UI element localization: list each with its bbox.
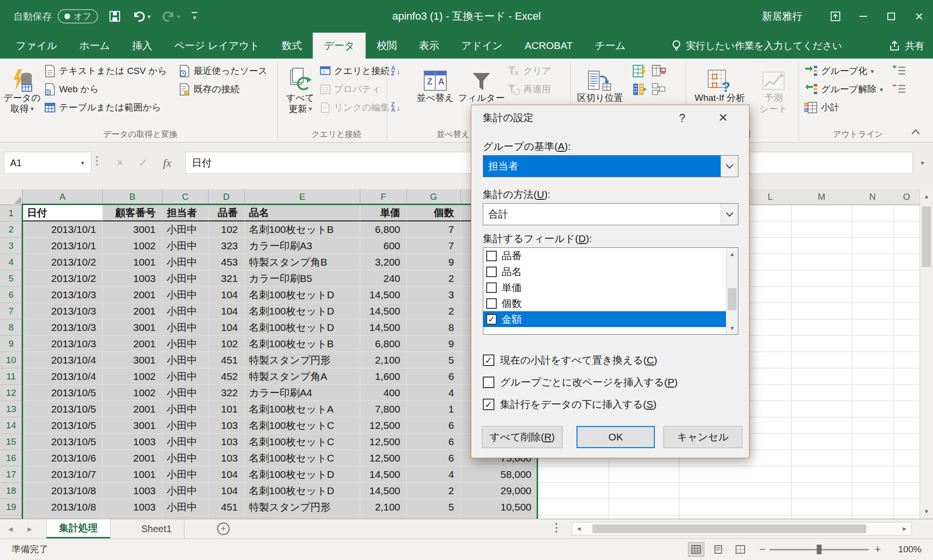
cell[interactable]: 5: [407, 352, 461, 368]
row-header[interactable]: 5: [0, 270, 23, 287]
tab-insert[interactable]: 挿入: [121, 33, 163, 59]
edit-links-button[interactable]: リンクの編集: [320, 100, 390, 115]
cell[interactable]: 104: [209, 287, 245, 303]
cell[interactable]: 2: [407, 303, 461, 319]
forecast-sheet-button[interactable]: 予測 シート: [754, 61, 793, 114]
clear-filter-button[interactable]: クリア: [507, 63, 551, 79]
cell[interactable]: 2,100: [360, 499, 407, 515]
option-checkbox[interactable]: ✓現在の小計をすべて置き換える(C): [483, 349, 738, 371]
checkbox[interactable]: ✓: [483, 399, 494, 410]
cell[interactable]: [162, 515, 209, 519]
cell[interactable]: 2001: [103, 287, 162, 303]
sheet-tab[interactable]: Sheet1: [129, 519, 184, 538]
text-to-columns-button[interactable]: 区切り位置: [574, 61, 626, 103]
expand-formula-bar-button[interactable]: ▾: [914, 152, 931, 174]
checkbox[interactable]: ✓: [483, 354, 494, 366]
row-header[interactable]: 9: [0, 336, 23, 352]
field-checkbox-item[interactable]: ✓金額: [483, 311, 726, 327]
cell[interactable]: 14,500: [360, 319, 407, 336]
dialog-close-button[interactable]: ×: [708, 106, 738, 128]
cell[interactable]: 2013/10/3: [23, 287, 103, 303]
cell[interactable]: 2013/10/3: [23, 336, 103, 352]
row-header[interactable]: 7: [0, 303, 23, 319]
prev-sheet-button[interactable]: ◄: [2, 519, 19, 538]
dropdown-button[interactable]: [721, 156, 738, 177]
cell[interactable]: 102: [209, 336, 245, 352]
customize-q-toolbar-button[interactable]: ▾: [192, 12, 197, 21]
cell[interactable]: 小田中: [162, 287, 209, 303]
recent-sources-button[interactable]: 最近使ったソース: [179, 63, 268, 79]
zoom-in-button[interactable]: +: [871, 539, 885, 560]
data-validation-button[interactable]: [632, 82, 647, 97]
cell[interactable]: 2013/10/1: [23, 238, 103, 254]
sort-ascending-button[interactable]: AZ ↓: [391, 63, 400, 79]
tell-me-box[interactable]: 実行したい作業を入力してください: [672, 33, 842, 59]
cell[interactable]: 14,500: [360, 287, 407, 303]
page-break-view-button[interactable]: [732, 542, 749, 557]
checkbox[interactable]: [486, 267, 497, 277]
cancel-entry-button[interactable]: ×: [110, 152, 131, 174]
cell[interactable]: 6: [407, 417, 461, 434]
cell[interactable]: 7,800: [360, 401, 407, 417]
properties-button[interactable]: プロパティ: [320, 82, 381, 97]
cell[interactable]: 103: [209, 450, 245, 466]
hide-detail-button[interactable]: [892, 82, 906, 97]
cell[interactable]: 4: [407, 385, 461, 401]
row-header[interactable]: 13: [0, 401, 23, 417]
zoom-out-button[interactable]: −: [755, 539, 770, 560]
cell[interactable]: 7: [407, 238, 461, 254]
cell[interactable]: 顧客番号: [103, 205, 162, 221]
cell[interactable]: 14,500: [360, 483, 407, 499]
maximize-button[interactable]: [877, 0, 905, 33]
cell[interactable]: 104: [209, 319, 245, 336]
cell[interactable]: 2001: [103, 401, 162, 417]
column-header[interactable]: N: [858, 189, 887, 205]
page-layout-view-button[interactable]: [710, 542, 726, 557]
column-header[interactable]: O: [892, 189, 921, 205]
field-checkbox-item[interactable]: 品番: [483, 248, 726, 264]
cell[interactable]: 6: [407, 450, 461, 466]
column-header[interactable]: E: [245, 189, 360, 205]
cell[interactable]: 2013/10/5: [23, 417, 103, 434]
cell[interactable]: 小田中: [162, 303, 209, 319]
cell[interactable]: 1003: [103, 499, 162, 515]
cell[interactable]: 2013/10/8: [23, 483, 103, 499]
checkbox[interactable]: [486, 251, 497, 261]
cell[interactable]: 名刺100枚セットD: [245, 483, 360, 499]
share-button[interactable]: 共有: [889, 33, 924, 59]
ok-button[interactable]: OK: [577, 426, 655, 448]
cell[interactable]: [23, 515, 103, 519]
redo-button[interactable]: ▾: [161, 10, 181, 23]
tab-data[interactable]: データ: [313, 33, 366, 59]
minimize-button[interactable]: [849, 0, 877, 33]
horizontal-scrollbar[interactable]: ◄ ►: [572, 522, 912, 536]
new-sheet-button[interactable]: +: [217, 523, 230, 535]
existing-connections-button[interactable]: 既存の接続: [179, 82, 239, 97]
cell[interactable]: 2013/10/6: [23, 450, 103, 466]
cell[interactable]: 2: [407, 483, 461, 499]
cell[interactable]: 240: [360, 270, 407, 287]
field-checkbox-item[interactable]: 単価: [483, 280, 726, 295]
cell[interactable]: 特製スタンプ円形: [245, 499, 360, 515]
row-header[interactable]: 2: [0, 221, 23, 238]
cell[interactable]: 小田中: [162, 238, 209, 254]
cell[interactable]: 5: [407, 499, 461, 515]
cell[interactable]: 単価: [360, 205, 407, 221]
cell[interactable]: 104: [209, 303, 245, 319]
column-header[interactable]: A: [23, 189, 103, 205]
cell[interactable]: 101: [209, 401, 245, 417]
vertical-scrollbar[interactable]: ▲ ▼: [920, 189, 933, 519]
cell[interactable]: 1002: [103, 368, 162, 385]
cell[interactable]: 2013/10/2: [23, 270, 103, 287]
cell[interactable]: 2013/10/1: [23, 221, 103, 238]
queries-connections-button[interactable]: クエリと接続: [320, 63, 390, 79]
cell[interactable]: 6: [407, 368, 461, 385]
scroll-left-button[interactable]: ◄: [572, 523, 586, 535]
column-header[interactable]: G: [407, 189, 461, 205]
checkbox[interactable]: ✓: [486, 314, 497, 325]
close-button[interactable]: ×: [905, 0, 933, 33]
cell[interactable]: 12,500: [360, 450, 407, 466]
scroll-right-button[interactable]: ►: [898, 523, 911, 535]
cell[interactable]: 14,500: [360, 303, 407, 319]
listbox-scrollbar[interactable]: ▲ ▼: [726, 248, 738, 334]
